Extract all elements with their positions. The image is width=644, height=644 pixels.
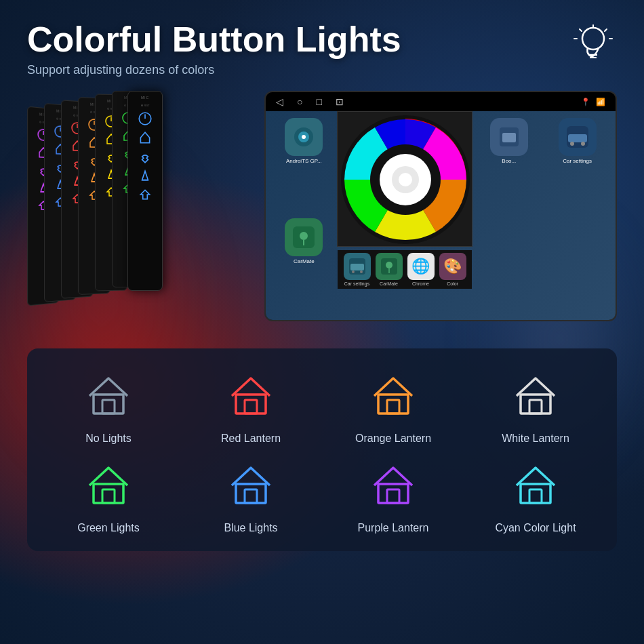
button-panel-front: MIC RST bbox=[127, 91, 163, 291]
red-lantern-icon bbox=[224, 369, 278, 423]
svg-point-58 bbox=[352, 270, 355, 273]
cyan-color-light-label: Cyan Color Light bbox=[495, 522, 576, 534]
app-androits-label: AndroiTS GP... bbox=[286, 158, 322, 164]
purple-lantern-icon bbox=[366, 458, 420, 512]
light-mode-cyan-color-light[interactable]: Cyan Color Light bbox=[468, 458, 603, 534]
purple-lantern-label: Purple Lantern bbox=[358, 522, 429, 534]
svg-point-48 bbox=[581, 142, 585, 146]
svg-point-47 bbox=[570, 142, 574, 146]
svg-rect-66 bbox=[378, 395, 408, 414]
app-boo-label: Boo... bbox=[502, 158, 516, 164]
cyan-color-light-icon bbox=[508, 458, 563, 512]
blue-lights-label: Blue Lights bbox=[224, 522, 277, 534]
bottom-section: No Lights Red Lantern bbox=[27, 348, 617, 551]
svg-rect-64 bbox=[236, 395, 266, 414]
app-boo[interactable]: Boo... bbox=[477, 118, 540, 213]
svg-rect-73 bbox=[245, 489, 257, 503]
signal-icon: 📶 bbox=[596, 98, 605, 106]
color-wheel-overlay: Car settings CarMate 🌐 Chrome bbox=[337, 111, 472, 247]
svg-rect-76 bbox=[521, 484, 550, 503]
icons-grid: No Lights Red Lantern bbox=[41, 369, 603, 534]
white-lantern-label: White Lantern bbox=[502, 432, 569, 445]
app-car-settings[interactable]: Car settings bbox=[546, 118, 609, 213]
light-mode-blue-lights[interactable]: Blue Lights bbox=[183, 458, 319, 534]
nav-back: ◁ bbox=[276, 96, 283, 107]
svg-rect-65 bbox=[245, 400, 257, 414]
svg-rect-75 bbox=[387, 489, 399, 503]
svg-rect-70 bbox=[94, 484, 123, 503]
device-area: MIC RST MIC RST MIC RST bbox=[27, 91, 617, 342]
main-screen-area: ◁ ○ □ ⊡ 📍 📶 AndroiTS GP... bbox=[169, 91, 617, 342]
svg-line-6 bbox=[580, 29, 582, 31]
svg-point-50 bbox=[300, 232, 308, 240]
nav-home: ○ bbox=[297, 96, 302, 107]
no-lights-icon bbox=[81, 369, 136, 423]
svg-rect-77 bbox=[529, 489, 542, 503]
light-mode-purple-lantern[interactable]: Purple Lantern bbox=[325, 458, 461, 534]
app-androits[interactable]: AndroiTS GP... bbox=[273, 118, 336, 213]
svg-point-38 bbox=[302, 135, 306, 139]
bulb-icon bbox=[569, 20, 617, 68]
main-title: Colorful Button Lights bbox=[27, 20, 401, 59]
svg-point-55 bbox=[399, 173, 412, 186]
light-mode-orange-lantern[interactable]: Orange Lantern bbox=[325, 369, 461, 445]
light-mode-no-lights[interactable]: No Lights bbox=[41, 369, 176, 445]
svg-rect-74 bbox=[378, 484, 408, 503]
app-car-settings-label: Car settings bbox=[563, 158, 592, 164]
gps-icon: 📍 bbox=[581, 98, 590, 106]
orange-lantern-icon bbox=[366, 369, 420, 423]
green-lights-label: Green Lights bbox=[77, 522, 140, 534]
svg-point-61 bbox=[386, 262, 393, 268]
subtitle: Support adjusting dozens of colors bbox=[27, 63, 401, 77]
svg-rect-57 bbox=[350, 264, 364, 270]
white-lantern-icon bbox=[508, 369, 563, 423]
light-mode-red-lantern[interactable]: Red Lantern bbox=[183, 369, 319, 445]
light-mode-white-lantern[interactable]: White Lantern bbox=[468, 369, 603, 445]
svg-line-4 bbox=[605, 29, 607, 31]
no-lights-label: No Lights bbox=[85, 432, 132, 445]
screen-nav-bar: ◁ ○ □ ⊡ 📍 📶 bbox=[266, 92, 616, 111]
svg-rect-71 bbox=[102, 489, 115, 503]
app-carmate[interactable]: CarMate bbox=[273, 218, 336, 313]
green-lights-icon bbox=[81, 458, 136, 512]
orange-lantern-label: Orange Lantern bbox=[355, 432, 431, 445]
svg-rect-68 bbox=[521, 395, 550, 414]
header-section: Colorful Button Lights Support adjusting… bbox=[27, 20, 617, 77]
title-area: Colorful Button Lights Support adjusting… bbox=[27, 20, 401, 77]
svg-rect-44 bbox=[502, 133, 516, 142]
panels-stack: MIC RST MIC RST MIC RST bbox=[27, 91, 163, 335]
svg-rect-63 bbox=[102, 400, 115, 414]
red-lantern-label: Red Lantern bbox=[221, 432, 281, 445]
main-screen: ◁ ○ □ ⊡ 📍 📶 AndroiTS GP... bbox=[264, 91, 617, 321]
light-mode-green-lights[interactable]: Green Lights bbox=[41, 458, 176, 534]
svg-rect-67 bbox=[387, 400, 399, 414]
blue-lights-icon bbox=[224, 458, 278, 512]
svg-point-59 bbox=[360, 270, 363, 273]
nav-recent: □ bbox=[316, 96, 321, 107]
svg-marker-34 bbox=[142, 172, 148, 180]
svg-rect-62 bbox=[94, 395, 123, 414]
svg-rect-72 bbox=[236, 484, 266, 503]
nav-menu: ⊡ bbox=[336, 96, 344, 107]
svg-point-0 bbox=[582, 28, 604, 49]
screen-status-bar: 📍 📶 bbox=[581, 98, 605, 106]
app-carmate-label: CarMate bbox=[294, 258, 315, 264]
main-content: Colorful Button Lights Support adjusting… bbox=[0, 0, 644, 571]
svg-rect-69 bbox=[529, 400, 542, 414]
svg-rect-46 bbox=[568, 134, 587, 142]
